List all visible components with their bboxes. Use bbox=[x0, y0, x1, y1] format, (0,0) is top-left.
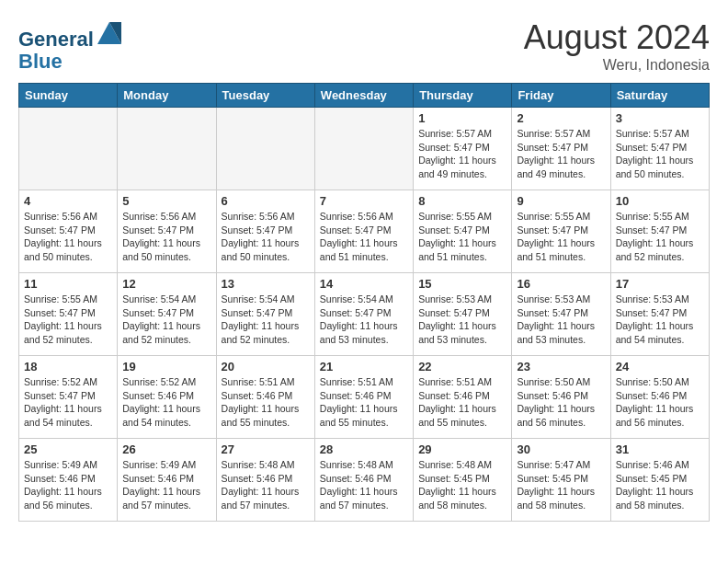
calendar-table: Sunday Monday Tuesday Wednesday Thursday… bbox=[18, 83, 710, 522]
table-row: 21Sunrise: 5:51 AM Sunset: 5:46 PM Dayli… bbox=[314, 356, 413, 439]
col-friday: Friday bbox=[512, 84, 610, 108]
day-number: 22 bbox=[418, 360, 506, 373]
logo-blue: Blue bbox=[18, 50, 63, 73]
day-number: 17 bbox=[616, 277, 704, 291]
table-row: 12Sunrise: 5:54 AM Sunset: 5:47 PM Dayli… bbox=[118, 273, 216, 356]
day-info: Sunrise: 5:56 AM Sunset: 5:47 PM Dayligh… bbox=[320, 210, 408, 264]
day-number: 10 bbox=[616, 194, 704, 208]
day-number: 7 bbox=[320, 194, 408, 208]
day-number: 31 bbox=[616, 442, 704, 456]
table-row: 29Sunrise: 5:48 AM Sunset: 5:45 PM Dayli… bbox=[414, 439, 512, 522]
table-row: 2Sunrise: 5:57 AM Sunset: 5:47 PM Daylig… bbox=[512, 108, 610, 190]
day-number: 25 bbox=[24, 442, 112, 456]
title-block: August 2024 Weru, Indonesia bbox=[524, 18, 710, 74]
table-row: 11Sunrise: 5:55 AM Sunset: 5:47 PM Dayli… bbox=[19, 273, 118, 356]
table-row: 30Sunrise: 5:47 AM Sunset: 5:45 PM Dayli… bbox=[512, 439, 610, 522]
day-info: Sunrise: 5:55 AM Sunset: 5:47 PM Dayligh… bbox=[418, 210, 506, 264]
table-row: 20Sunrise: 5:51 AM Sunset: 5:46 PM Dayli… bbox=[216, 356, 314, 439]
calendar-week-row: 1Sunrise: 5:57 AM Sunset: 5:47 PM Daylig… bbox=[19, 108, 710, 190]
day-number: 18 bbox=[24, 360, 112, 373]
day-info: Sunrise: 5:52 AM Sunset: 5:47 PM Dayligh… bbox=[24, 375, 112, 430]
table-row bbox=[19, 108, 118, 190]
day-number: 1 bbox=[418, 111, 506, 125]
table-row: 3Sunrise: 5:57 AM Sunset: 5:47 PM Daylig… bbox=[610, 108, 709, 190]
day-info: Sunrise: 5:54 AM Sunset: 5:47 PM Dayligh… bbox=[320, 293, 408, 347]
day-info: Sunrise: 5:56 AM Sunset: 5:47 PM Dayligh… bbox=[24, 210, 112, 264]
day-number: 6 bbox=[222, 194, 310, 208]
day-info: Sunrise: 5:55 AM Sunset: 5:47 PM Dayligh… bbox=[517, 210, 605, 264]
day-number: 26 bbox=[122, 442, 210, 456]
day-info: Sunrise: 5:57 AM Sunset: 5:47 PM Dayligh… bbox=[616, 127, 704, 181]
day-info: Sunrise: 5:54 AM Sunset: 5:47 PM Dayligh… bbox=[222, 293, 310, 347]
day-info: Sunrise: 5:46 AM Sunset: 5:45 PM Dayligh… bbox=[616, 458, 704, 512]
col-saturday: Saturday bbox=[610, 84, 709, 108]
day-number: 9 bbox=[517, 194, 605, 208]
col-sunday: Sunday bbox=[19, 84, 118, 108]
table-row: 16Sunrise: 5:53 AM Sunset: 5:47 PM Dayli… bbox=[512, 273, 610, 356]
day-number: 24 bbox=[616, 360, 704, 373]
calendar-subtitle: Weru, Indonesia bbox=[524, 57, 710, 74]
day-info: Sunrise: 5:49 AM Sunset: 5:46 PM Dayligh… bbox=[24, 458, 112, 512]
day-number: 4 bbox=[24, 194, 112, 208]
calendar-week-row: 11Sunrise: 5:55 AM Sunset: 5:47 PM Dayli… bbox=[19, 273, 710, 356]
day-number: 8 bbox=[418, 194, 506, 208]
day-number: 2 bbox=[517, 111, 605, 125]
table-row: 17Sunrise: 5:53 AM Sunset: 5:47 PM Dayli… bbox=[610, 273, 709, 356]
table-row: 8Sunrise: 5:55 AM Sunset: 5:47 PM Daylig… bbox=[414, 190, 512, 273]
table-row bbox=[216, 108, 314, 190]
table-row: 25Sunrise: 5:49 AM Sunset: 5:46 PM Dayli… bbox=[19, 439, 118, 522]
table-row bbox=[314, 108, 413, 190]
day-info: Sunrise: 5:56 AM Sunset: 5:47 PM Dayligh… bbox=[122, 210, 210, 264]
day-number: 15 bbox=[418, 277, 506, 291]
day-info: Sunrise: 5:51 AM Sunset: 5:46 PM Dayligh… bbox=[222, 375, 310, 430]
table-row bbox=[118, 108, 216, 190]
table-row: 18Sunrise: 5:52 AM Sunset: 5:47 PM Dayli… bbox=[19, 356, 118, 439]
day-number: 23 bbox=[517, 360, 605, 373]
table-row: 9Sunrise: 5:55 AM Sunset: 5:47 PM Daylig… bbox=[512, 190, 610, 273]
day-number: 27 bbox=[222, 442, 310, 456]
table-row: 1Sunrise: 5:57 AM Sunset: 5:47 PM Daylig… bbox=[414, 108, 512, 190]
day-info: Sunrise: 5:53 AM Sunset: 5:47 PM Dayligh… bbox=[616, 293, 704, 347]
table-row: 19Sunrise: 5:52 AM Sunset: 5:46 PM Dayli… bbox=[118, 356, 216, 439]
day-info: Sunrise: 5:50 AM Sunset: 5:46 PM Dayligh… bbox=[616, 375, 704, 430]
day-info: Sunrise: 5:53 AM Sunset: 5:47 PM Dayligh… bbox=[418, 293, 506, 347]
table-row: 6Sunrise: 5:56 AM Sunset: 5:47 PM Daylig… bbox=[216, 190, 314, 273]
calendar-title: August 2024 bbox=[524, 18, 710, 57]
calendar-week-row: 4Sunrise: 5:56 AM Sunset: 5:47 PM Daylig… bbox=[19, 190, 710, 273]
table-row: 7Sunrise: 5:56 AM Sunset: 5:47 PM Daylig… bbox=[314, 190, 413, 273]
day-info: Sunrise: 5:57 AM Sunset: 5:47 PM Dayligh… bbox=[517, 127, 605, 181]
day-info: Sunrise: 5:49 AM Sunset: 5:46 PM Dayligh… bbox=[122, 458, 210, 512]
table-row: 10Sunrise: 5:55 AM Sunset: 5:47 PM Dayli… bbox=[610, 190, 709, 273]
day-info: Sunrise: 5:48 AM Sunset: 5:46 PM Dayligh… bbox=[222, 458, 310, 512]
calendar-header-row: Sunday Monday Tuesday Wednesday Thursday… bbox=[19, 84, 710, 108]
table-row: 24Sunrise: 5:50 AM Sunset: 5:46 PM Dayli… bbox=[610, 356, 709, 439]
day-info: Sunrise: 5:51 AM Sunset: 5:46 PM Dayligh… bbox=[320, 375, 408, 430]
logo: General Blue bbox=[18, 18, 123, 73]
logo-icon bbox=[96, 18, 123, 46]
day-info: Sunrise: 5:48 AM Sunset: 5:46 PM Dayligh… bbox=[320, 458, 408, 512]
day-info: Sunrise: 5:55 AM Sunset: 5:47 PM Dayligh… bbox=[616, 210, 704, 264]
day-number: 21 bbox=[320, 360, 408, 373]
table-row: 27Sunrise: 5:48 AM Sunset: 5:46 PM Dayli… bbox=[216, 439, 314, 522]
day-number: 28 bbox=[320, 442, 408, 456]
day-number: 30 bbox=[517, 442, 605, 456]
table-row: 13Sunrise: 5:54 AM Sunset: 5:47 PM Dayli… bbox=[216, 273, 314, 356]
table-row: 15Sunrise: 5:53 AM Sunset: 5:47 PM Dayli… bbox=[414, 273, 512, 356]
table-row: 5Sunrise: 5:56 AM Sunset: 5:47 PM Daylig… bbox=[118, 190, 216, 273]
logo-text: General Blue bbox=[18, 18, 123, 73]
day-number: 19 bbox=[122, 360, 210, 373]
col-tuesday: Tuesday bbox=[216, 84, 314, 108]
day-info: Sunrise: 5:50 AM Sunset: 5:46 PM Dayligh… bbox=[517, 375, 605, 430]
table-row: 4Sunrise: 5:56 AM Sunset: 5:47 PM Daylig… bbox=[19, 190, 118, 273]
day-number: 20 bbox=[222, 360, 310, 373]
day-info: Sunrise: 5:47 AM Sunset: 5:45 PM Dayligh… bbox=[517, 458, 605, 512]
calendar-week-row: 25Sunrise: 5:49 AM Sunset: 5:46 PM Dayli… bbox=[19, 439, 710, 522]
col-thursday: Thursday bbox=[414, 84, 512, 108]
day-info: Sunrise: 5:51 AM Sunset: 5:46 PM Dayligh… bbox=[418, 375, 506, 430]
day-number: 29 bbox=[418, 442, 506, 456]
table-row: 26Sunrise: 5:49 AM Sunset: 5:46 PM Dayli… bbox=[118, 439, 216, 522]
col-monday: Monday bbox=[118, 84, 216, 108]
day-number: 12 bbox=[122, 277, 210, 291]
table-row: 23Sunrise: 5:50 AM Sunset: 5:46 PM Dayli… bbox=[512, 356, 610, 439]
day-info: Sunrise: 5:53 AM Sunset: 5:47 PM Dayligh… bbox=[517, 293, 605, 347]
